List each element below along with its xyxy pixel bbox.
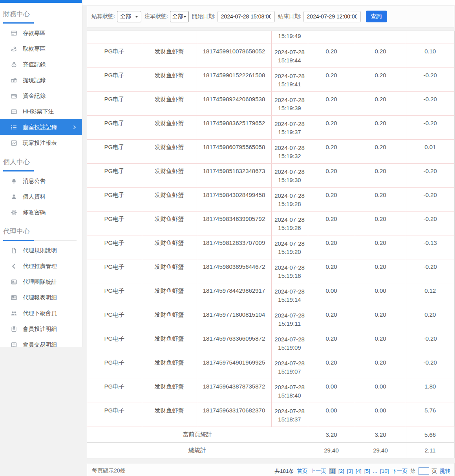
sidebar-item[interactable]: HH彩票下注 — [0, 104, 82, 119]
sidebar-item[interactable]: 修改密碼 — [0, 204, 82, 220]
cell-valid-bet: 0.20 — [355, 331, 406, 355]
prev-page-link[interactable]: 上一页 — [310, 468, 326, 475]
settle-status-select[interactable]: 全部 — [117, 11, 141, 22]
cell-valid-bet: 0.20 — [355, 91, 406, 115]
sidebar-item[interactable]: 消息公告 — [0, 173, 82, 189]
cell-date: 2024-07-28 — [272, 407, 307, 415]
cell-game: 发财鱼虾蟹 — [142, 211, 197, 235]
sidebar-item[interactable]: 個人資料 — [0, 189, 82, 204]
settle-status-value: 全部 — [120, 13, 131, 20]
sidebar-item[interactable]: 玩家投注報表 — [0, 135, 82, 151]
sidebar-item-label: 個人資料 — [23, 193, 46, 201]
start-date-input[interactable] — [217, 11, 275, 22]
end-date-input[interactable] — [303, 11, 361, 22]
cell-date: 2024-07-28 — [272, 383, 307, 391]
cell-bet-amount: 0.20 — [308, 115, 355, 139]
cell-bet-amount: 0.20 — [308, 235, 355, 259]
cell-order-id: 1817459803895644672 — [197, 259, 271, 283]
sidebar-item[interactable]: 代理推廣管理 — [0, 258, 82, 274]
cell-datetime: 2024-07-2815:19:20 — [271, 235, 308, 259]
page-ellipsis: ... — [373, 468, 377, 474]
page-link[interactable]: [3] — [347, 468, 353, 474]
cell-platform: PG电子 — [87, 187, 142, 211]
order-status-select[interactable]: 全部 — [170, 11, 189, 22]
cell-platform: PG电子 — [87, 163, 142, 187]
cell-order-id: 1817459812833707009 — [197, 235, 271, 259]
sidebar-item[interactable]: 代理下級會員 — [0, 305, 82, 321]
sidebar-item[interactable]: 會員交易明細 — [0, 337, 82, 352]
sidebar-item-label: 取款專區 — [23, 45, 46, 53]
page-jump-input[interactable] — [418, 467, 429, 475]
sidebar-item[interactable]: 資金記錄 — [0, 88, 82, 104]
cell-profit: -0.20 — [406, 259, 454, 283]
sidebar-item[interactable]: 充值記錄 — [0, 57, 82, 72]
cell-order-id: 1817459763366095872 — [197, 331, 271, 355]
cell-datetime: 2024-07-2815:19:41 — [271, 67, 308, 91]
search-button[interactable]: 查詢 — [366, 11, 387, 22]
cell-valid-bet: 0.20 — [355, 355, 406, 379]
page-link[interactable]: [5] — [364, 468, 370, 474]
cell-date: 2024-07-28 — [272, 191, 307, 200]
cell-time: 15:19:28 — [272, 200, 307, 208]
sidebar-item[interactable]: 廳室投註記錄 — [0, 119, 82, 135]
cell-datetime: 2024-07-2815:18:40 — [271, 379, 308, 403]
cell-profit: -0.20 — [406, 355, 454, 379]
bell-icon — [11, 178, 17, 184]
cell-time: 15:19:41 — [272, 80, 307, 88]
cell-platform: PG电子 — [87, 91, 142, 115]
cell-valid-bet: 0.00 — [355, 379, 406, 403]
sidebar-item[interactable]: 存款專區 — [0, 25, 82, 41]
cell-game: 发财鱼虾蟹 — [142, 115, 197, 139]
cell-time: 15:19:49 — [271, 31, 308, 44]
page-link[interactable]: [2] — [338, 468, 344, 474]
cell-date: 2024-07-28 — [272, 335, 307, 343]
sidebar-item-label: HH彩票下注 — [23, 108, 54, 115]
sidebar-item-label: 代理團隊統計 — [23, 278, 57, 286]
cell-order-id: 1817459633170682370 — [197, 403, 271, 427]
cell-profit: -0.20 — [406, 163, 454, 187]
cell-datetime: 2024-07-2815:19:07 — [271, 355, 308, 379]
summary-label: 當前頁統計 — [87, 427, 308, 442]
sidebar-item-label: 提現記錄 — [23, 77, 46, 84]
cell-date: 2024-07-28 — [272, 287, 307, 295]
cell-platform: PG电子 — [87, 283, 142, 307]
cell-profit: 0.01 — [406, 139, 454, 163]
sidebar-item[interactable]: 代理報表明細 — [0, 290, 82, 305]
cell-bet-amount: 0.20 — [308, 44, 355, 67]
sidebar-item[interactable]: 提現記錄 — [0, 72, 82, 88]
card-icon — [11, 30, 17, 36]
section-title: 財務中心 — [3, 9, 82, 18]
cell-bet-amount: 0.20 — [308, 163, 355, 187]
page-link[interactable]: [10] — [380, 468, 389, 474]
current-page[interactable]: [1] — [329, 468, 336, 474]
cell-time: 15:19:09 — [272, 343, 307, 352]
cell-date: 2024-07-28 — [272, 263, 307, 272]
cell-game: 发财鱼虾蟹 — [142, 91, 197, 115]
cell-profit: -0.20 — [406, 211, 454, 235]
cell-game: 发财鱼虾蟹 — [142, 355, 197, 379]
page-link[interactable]: [4] — [356, 468, 362, 474]
sidebar-item-label: 消息公告 — [23, 177, 46, 185]
sidebar-item[interactable]: 代理規則說明 — [0, 243, 82, 258]
cell-valid-bet: 0.20 — [355, 115, 406, 139]
first-page-link[interactable]: 首页 — [297, 468, 307, 475]
jump-button[interactable]: 跳转 — [440, 468, 450, 475]
cell-platform: PG电子 — [87, 259, 142, 283]
cell-datetime: 2024-07-2815:19:26 — [271, 211, 308, 235]
share-icon — [11, 263, 17, 270]
cell-time: 15:19:44 — [272, 56, 307, 64]
summary-valid-bet: 29.40 — [355, 442, 406, 458]
cell-bet-amount: 0.20 — [308, 331, 355, 355]
sidebar-item-label: 代理推廣管理 — [23, 263, 57, 270]
sidebar-item[interactable]: 取款專區 — [0, 41, 82, 57]
next-page-link[interactable]: 下一页 — [392, 468, 408, 475]
sidebar-item[interactable]: 會員投註明細 — [0, 321, 82, 337]
sidebar-item-label: 代理下級會員 — [23, 310, 57, 317]
chevron-right-icon — [72, 125, 77, 129]
cell-date: 2024-07-28 — [272, 239, 307, 248]
cell-datetime: 2024-07-2815:19:39 — [271, 91, 308, 115]
cell-profit: -0.20 — [406, 115, 454, 139]
section-underline — [3, 170, 77, 171]
cell-bet-amount: 0.20 — [308, 355, 355, 379]
sidebar-item[interactable]: 代理團隊統計 — [0, 274, 82, 290]
